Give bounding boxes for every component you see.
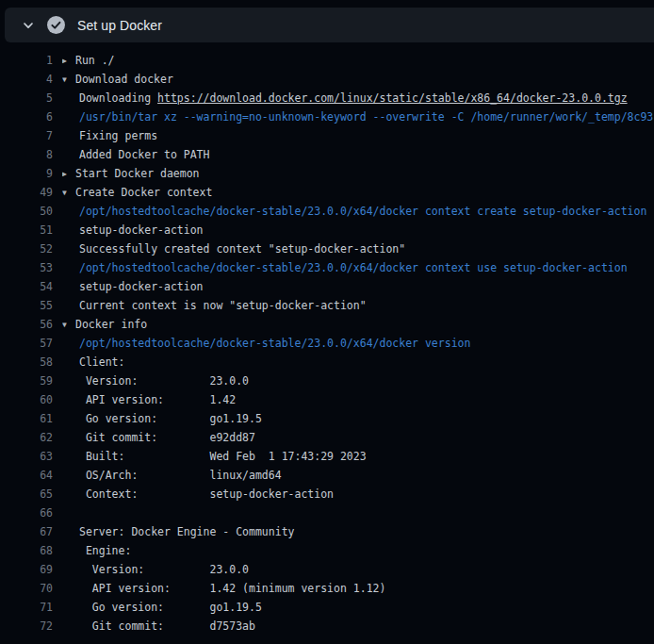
line-number[interactable]: 65 — [0, 485, 53, 504]
log-line: 60 API version: 1.42 — [0, 390, 654, 409]
step-header[interactable]: Set up Docker — [5, 8, 654, 42]
command-text: /opt/hostedtoolcache/docker-stable/23.0.… — [79, 261, 628, 274]
line-number[interactable]: 4 — [0, 70, 53, 89]
line-number[interactable]: 59 — [0, 372, 53, 390]
log-group-line[interactable]: 4▼Download docker — [0, 70, 654, 89]
line-number[interactable]: 50 — [0, 202, 53, 221]
line-number[interactable]: 6 — [0, 107, 53, 126]
line-number[interactable]: 56 — [0, 315, 53, 334]
line-number[interactable]: 71 — [0, 598, 53, 617]
line-number[interactable]: 63 — [0, 447, 53, 466]
line-content: /opt/hostedtoolcache/docker-stable/23.0.… — [62, 334, 654, 353]
line-number[interactable]: 54 — [0, 277, 53, 296]
log-text: Server: Docker Engine - Community — [79, 525, 294, 538]
line-number[interactable]: 9 — [0, 164, 53, 183]
log-group-line[interactable]: 49▼Create Docker context — [0, 183, 654, 202]
download-url-link[interactable]: https://download.docker.com/linux/static… — [157, 91, 628, 105]
log-text: Fixing perms — [79, 129, 157, 142]
log-line: 6/usr/bin/tar xz --warning=no-unknown-ke… — [0, 107, 654, 126]
log-text: setup-docker-action — [79, 280, 204, 293]
group-title: Run ./ — [75, 54, 115, 67]
log-line: 62 Git commit: e92dd87 — [0, 428, 654, 447]
group-collapsed-arrow-icon[interactable]: ▶ — [62, 165, 75, 184]
line-number[interactable]: 67 — [0, 522, 53, 541]
line-number[interactable]: 69 — [0, 560, 53, 579]
line-content: Client: — [62, 353, 654, 372]
group-expanded-arrow-icon[interactable]: ▼ — [62, 184, 75, 203]
line-number[interactable]: 64 — [0, 466, 53, 485]
log-line: 66 — [0, 504, 654, 522]
log-text: Go version: go1.19.5 — [79, 412, 262, 425]
line-content: ▶Start Docker daemon — [62, 164, 654, 183]
group-collapsed-arrow-icon[interactable]: ▶ — [62, 52, 75, 71]
log-text: Engine: — [79, 544, 131, 557]
log-line: 5Downloading https://download.docker.com… — [0, 89, 654, 107]
line-content: Go version: go1.19.5 — [62, 409, 654, 428]
log-group-line[interactable]: 56▼Docker info — [0, 315, 654, 334]
log-line: 54setup-docker-action — [0, 277, 654, 296]
line-number[interactable]: 62 — [0, 428, 53, 447]
log-text: OS/Arch: linux/amd64 — [79, 469, 282, 482]
log-group-line[interactable]: 1▶Run ./ — [0, 51, 654, 70]
line-content: API version: 1.42 (minimum version 1.12) — [62, 579, 654, 598]
log-line: 8Added Docker to PATH — [0, 145, 654, 164]
log-line: 52Successfully created context "setup-do… — [0, 239, 654, 258]
line-content: ▼Create Docker context — [62, 183, 654, 202]
log-text: Successfully created context "setup-dock… — [79, 242, 405, 256]
step-title: Set up Docker — [77, 18, 162, 33]
line-content: setup-docker-action — [62, 277, 654, 296]
line-content: ▶Run ./ — [62, 51, 654, 70]
line-content: Downloading https://download.docker.com/… — [62, 89, 654, 107]
group-expanded-arrow-icon[interactable]: ▼ — [62, 316, 75, 335]
log-text: Context: setup-docker-action — [79, 487, 334, 501]
line-number[interactable]: 60 — [0, 390, 53, 409]
line-content: Server: Docker Engine - Community — [62, 522, 654, 541]
log-line: 51setup-docker-action — [0, 221, 654, 239]
log-line: 64 OS/Arch: linux/amd64 — [0, 466, 654, 485]
line-content: /opt/hostedtoolcache/docker-stable/23.0.… — [62, 202, 654, 221]
line-number[interactable]: 68 — [0, 541, 53, 560]
line-content: /usr/bin/tar xz --warning=no-unknown-key… — [62, 107, 654, 126]
line-number[interactable]: 70 — [0, 579, 53, 598]
line-number[interactable]: 1 — [0, 51, 53, 70]
line-number[interactable]: 61 — [0, 409, 53, 428]
line-number[interactable]: 8 — [0, 145, 53, 164]
line-content: ▼Download docker — [62, 70, 654, 89]
line-content: Context: setup-docker-action — [62, 485, 654, 504]
line-number[interactable]: 53 — [0, 258, 53, 277]
line-number[interactable]: 57 — [0, 334, 53, 353]
line-content: OS/Arch: linux/amd64 — [62, 466, 654, 485]
log-text: Client: — [79, 355, 124, 369]
line-content: Go version: go1.19.5 — [62, 598, 654, 617]
line-content: Git commit: d7573ab — [62, 617, 654, 636]
log-lines: 1▶Run ./4▼Download docker5Downloading ht… — [0, 42, 654, 644]
line-content: Successfully created context "setup-dock… — [62, 239, 654, 258]
log-text: Downloading — [79, 91, 157, 105]
line-number[interactable]: 51 — [0, 221, 53, 239]
line-number[interactable]: 58 — [0, 353, 53, 372]
line-number[interactable]: 55 — [0, 296, 53, 315]
log-text: Current context is now "setup-docker-act… — [79, 299, 367, 312]
group-title: Create Docker context — [75, 186, 212, 199]
log-text: Built: Wed Feb 1 17:43:29 2023 — [79, 450, 367, 463]
group-expanded-arrow-icon[interactable]: ▼ — [62, 71, 75, 90]
log-text: API version: 1.42 — [79, 393, 236, 406]
group-title: Start Docker daemon — [75, 167, 200, 180]
line-content: setup-docker-action — [62, 221, 654, 239]
line-content — [62, 504, 654, 522]
log-line: 70 API version: 1.42 (minimum version 1.… — [0, 579, 654, 598]
line-number[interactable]: 5 — [0, 89, 53, 107]
line-number[interactable]: 72 — [0, 617, 53, 636]
log-text: Version: 23.0.0 — [79, 374, 249, 388]
log-group-line[interactable]: 9▶Start Docker daemon — [0, 164, 654, 183]
line-number[interactable]: 66 — [0, 504, 53, 522]
line-number[interactable]: 49 — [0, 183, 53, 202]
line-content: Engine: — [62, 541, 654, 560]
line-content: Version: 23.0.0 — [62, 560, 654, 579]
log-line: 67Server: Docker Engine - Community — [0, 522, 654, 541]
log-text: API version: 1.42 (minimum version 1.12) — [79, 582, 385, 595]
line-number[interactable]: 7 — [0, 126, 53, 145]
line-number[interactable]: 52 — [0, 239, 53, 258]
chevron-down-icon[interactable] — [22, 19, 35, 32]
line-content: ▼Docker info — [62, 315, 654, 334]
